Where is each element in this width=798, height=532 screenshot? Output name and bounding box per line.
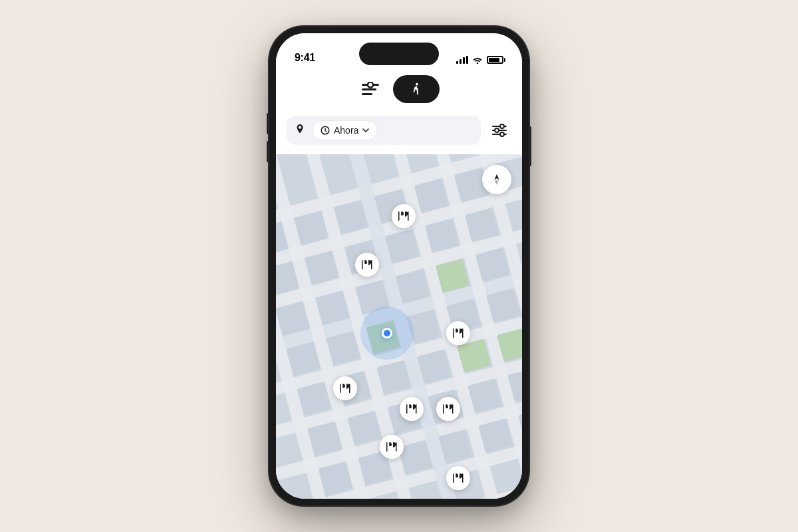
restaurant-pin-8[interactable]	[446, 466, 470, 490]
svg-rect-85	[453, 329, 454, 338]
restaurant-pin-6[interactable]	[436, 397, 460, 421]
svg-rect-100	[453, 473, 454, 483]
map-view[interactable]	[276, 154, 522, 499]
location-pulse	[360, 307, 414, 360]
restaurant-pin-7[interactable]	[380, 435, 404, 459]
time-label: Ahora	[334, 125, 358, 136]
svg-rect-94	[443, 404, 444, 414]
restaurant-pin-1[interactable]	[392, 204, 416, 228]
chevron-down-icon	[362, 128, 369, 132]
filter-sliders-button[interactable]	[487, 118, 511, 142]
wifi-icon	[472, 56, 483, 64]
status-time: 9:41	[295, 52, 315, 64]
svg-rect-2	[362, 88, 376, 90]
walk-mode-button[interactable]	[393, 75, 440, 103]
svg-rect-97	[386, 442, 388, 452]
mode-filter-icon[interactable]	[358, 77, 382, 101]
svg-rect-82	[362, 260, 363, 269]
dynamic-island	[359, 43, 439, 65]
restaurant-pin-4[interactable]	[333, 376, 357, 400]
search-area: Ahora	[276, 109, 522, 154]
power-button[interactable]	[529, 126, 531, 166]
phone-screen: 9:41	[276, 33, 522, 499]
compass-button[interactable]	[482, 165, 511, 194]
signal-icon	[456, 56, 468, 64]
clock-icon	[321, 126, 330, 135]
time-filter-pill[interactable]: Ahora	[312, 120, 378, 140]
svg-rect-91	[406, 404, 408, 414]
svg-point-5	[416, 83, 418, 86]
restaurant-pin-2[interactable]	[355, 253, 379, 277]
top-navigation	[276, 69, 522, 109]
walk-icon	[409, 82, 424, 96]
battery-icon	[487, 56, 503, 64]
location-dot	[382, 328, 392, 338]
svg-rect-79	[398, 211, 400, 221]
svg-point-4	[368, 82, 373, 88]
svg-rect-88	[340, 384, 341, 393]
status-icons	[456, 56, 503, 64]
restaurant-pin-5[interactable]	[400, 397, 424, 421]
search-bar[interactable]: Ahora	[287, 116, 481, 145]
location-pin-icon	[295, 124, 305, 136]
phone-mockup: 9:41	[269, 27, 529, 505]
user-location-marker	[360, 307, 414, 360]
restaurant-pin-3[interactable]	[446, 321, 470, 345]
svg-point-11	[495, 128, 499, 132]
svg-point-12	[500, 132, 504, 136]
svg-point-10	[500, 124, 504, 128]
svg-rect-3	[362, 93, 372, 95]
